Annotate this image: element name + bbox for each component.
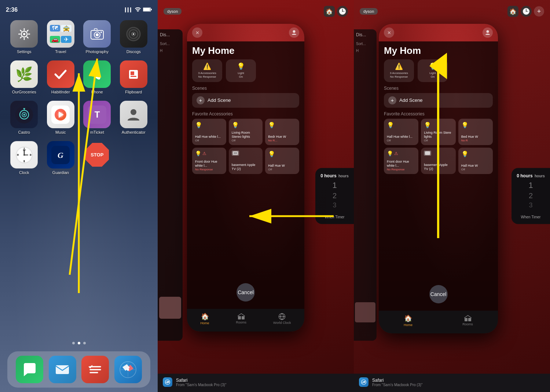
dock-todoist[interactable] [81,356,109,383]
svg-point-23 [133,33,134,35]
svg-marker-91 [362,381,364,384]
panel3-tile-hall2[interactable]: 💡 Hall Hue W Off [458,148,493,174]
habitinder-icon[interactable] [47,60,74,88]
groceries-icon[interactable]: 🌿 [10,60,38,88]
accessory-badge-1[interactable]: ⚠️ 3 AccessoriesNo Response [192,59,222,82]
panel3-tile-hall[interactable]: 💡 Hall Hue white l... Off [384,119,418,145]
authenticator-icon[interactable] [120,101,147,128]
timer-num-1: 1 [332,181,337,190]
panel3-clock-badge [521,6,532,17]
mticket-icon[interactable]: T [83,101,111,128]
dock-mail[interactable] [49,356,76,383]
app-item-groceries[interactable]: 🌿 OurGroceries [7,60,41,94]
app-item-photography[interactable]: Photography [80,20,114,54]
habitinder-label: HabitInder [51,90,70,94]
mail-dock-icon[interactable] [49,356,76,383]
panel3-tile-living[interactable]: 💡 Living Room Stere lights Off [421,119,455,145]
panel3-badge-2[interactable]: 💡 LightOn [418,59,448,82]
panel3-safari-subtitle: From "Sam's Macbook Pro (3)" [372,383,422,387]
panel3-add-scene-btn[interactable]: + Add Scene [384,93,493,108]
tile-hall-name: Hall Hue white l... [195,135,223,139]
panel2-app-icons: 🏠 [324,6,348,17]
mticket-label: mTicket [90,130,104,134]
phone-icon[interactable] [83,60,111,88]
panel3-safari-icon [359,377,368,387]
status-bar: 2:36 ▎▎▎ [0,0,158,16]
svg-rect-2 [143,8,150,11]
tile-front-info: Front door Hue white l... No Response [195,160,223,171]
panel3-person-icon[interactable] [483,27,493,38]
dock-messages[interactable] [16,356,43,383]
dot-3[interactable] [83,342,86,344]
panel3-tile-bed[interactable]: 💡 Bed Hue W No R [458,119,493,145]
app-item-mticket[interactable]: T mTicket [80,101,114,134]
left-app-strip: Dis... Sort... H [158,29,183,341]
tab-home[interactable]: 🏠 Home [201,313,209,325]
tile-bed[interactable]: 💡 Bedr Hue W No R... [265,119,299,145]
app-item-habitinder[interactable]: HabitInder [44,60,78,94]
messages-dock-icon[interactable] [16,356,43,383]
panel3-tab-home[interactable]: 🏠 Home [404,314,412,327]
panel3-close-btn[interactable]: ✕ [384,27,394,38]
castro-icon[interactable] [10,101,38,128]
app-item-authenticator[interactable]: Authenticator [117,101,151,134]
svg-line-12 [27,30,28,31]
tile-basement-icon [232,151,239,156]
person-icon[interactable] [289,27,299,38]
panel3-cancel-button[interactable]: Cancel [429,285,448,303]
accessory-badge-2[interactable]: 💡 LightOn [226,59,256,82]
music-icon[interactable] [47,101,74,128]
panel3-badge-1[interactable]: ⚠️ 3 AccessoriesNo Response [384,59,414,82]
clock-icon[interactable]: 12 3 6 9 [10,141,38,169]
tile-front-top: 💡 ⚠ [195,151,223,156]
dock-safari[interactable] [114,356,142,383]
flipboard-icon[interactable] [120,60,147,88]
close-x-btn[interactable]: ✕ [192,27,202,38]
todoist-dock-icon[interactable] [81,356,109,383]
tile-hall[interactable]: 💡 Hall Hue white l... Off [192,119,226,145]
music-label: Music [55,130,66,134]
add-scene-btn[interactable]: + Add Scene [192,93,299,108]
svg-point-84 [526,11,527,12]
tab-rooms[interactable]: Rooms [236,313,247,324]
travel-icon[interactable]: 🗺 🚖 🚗 ✈ [47,20,74,48]
cancel-button[interactable]: Cancel [236,283,255,302]
dot-1[interactable] [72,342,75,344]
safari-dock-icon[interactable] [114,356,142,383]
panel3-left-card [355,302,375,322]
panel3-tile-basement[interactable]: basement Apple TV (2) [421,148,455,174]
app-item-stop: STOP [80,141,114,175]
tile-basement[interactable]: basement Apple TV (2) [229,148,263,174]
safari-bar[interactable]: Safari From "Sam's Macbook Pro (3)" [158,374,354,392]
app-item-clock[interactable]: 12 3 6 9 Clock [7,141,41,175]
app-item-music[interactable]: Music [44,101,78,134]
settings-icon[interactable] [10,20,38,48]
panel3-tab-rooms[interactable]: Rooms [462,315,473,326]
panel3-safari-bar[interactable]: Safari From "Sam's Macbook Pro (3)" [354,374,550,392]
app-item-travel[interactable]: 🗺 🚖 🚗 ✈ Travel [44,20,78,54]
tile-front[interactable]: 💡 ⚠ Front door Hue white l... No Respons… [192,148,226,174]
app-item-discogs[interactable]: Discogs [117,20,151,54]
app-item-guardian[interactable]: G Guardian [44,141,78,175]
tile-front-status: No Response [195,168,223,171]
home-content: My Home ⚠️ 3 AccessoriesNo Response 💡 Li… [187,41,304,309]
panel3-plus-btn[interactable]: + [534,6,544,16]
app-item-castro[interactable]: Castro [7,101,41,134]
tile-hall2[interactable]: 💡 Hall Hue W Off [265,148,299,174]
discogs-icon[interactable] [120,20,147,48]
svg-text:6: 6 [23,160,25,162]
timer-numbers: 1 2 3 [332,181,337,209]
tile-living[interactable]: 💡 Living Room Stereo lights Off [229,119,263,145]
app-item-flipboard[interactable]: Flipboard [117,60,151,94]
guardian-icon[interactable]: G [47,141,74,169]
tab-world-clock[interactable]: World Clock [273,313,291,325]
photography-icon[interactable] [83,20,111,48]
panel3-tile-front[interactable]: 💡 ⚠ Front door Hue white l... No Respons… [384,148,418,174]
app-grid: Settings 🗺 🚖 🚗 ✈ Travel Photog [7,20,150,175]
scenes-section: Scenes + Add Scene [187,85,304,111]
app-item-settings[interactable]: Settings [7,20,41,54]
panel3-num-1: 1 [528,181,533,190]
dot-2[interactable] [78,342,80,344]
app-item-phone[interactable]: Phone [80,60,114,94]
panel-multitask: dyson 🏠 Dis... Sort... H [158,0,354,392]
